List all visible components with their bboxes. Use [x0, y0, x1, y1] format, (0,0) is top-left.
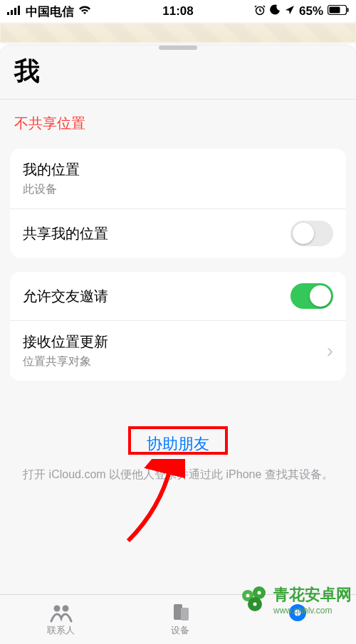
- status-time: 11:08: [162, 4, 193, 19]
- receive-updates-sub: 位置共享对象: [23, 354, 108, 369]
- share-my-location-toggle[interactable]: [290, 221, 333, 246]
- svg-rect-0: [7, 12, 9, 15]
- help-friend-desc: 打开 iCloud.com 以便他人登录并通过此 iPhone 查找其设备。: [0, 458, 356, 483]
- allow-friend-requests-title: 允许交友邀请: [23, 287, 108, 306]
- wifi-icon: [78, 4, 91, 19]
- my-location-sub: 此设备: [23, 182, 80, 197]
- settings-group-location: 我的位置 此设备 共享我的位置: [10, 149, 346, 258]
- chevron-right-icon: ›: [327, 341, 333, 361]
- svg-point-9: [62, 605, 68, 611]
- share-my-location-title: 共享我的位置: [23, 224, 108, 243]
- do-not-disturb-icon: [270, 4, 281, 19]
- signal-icon: [7, 4, 21, 19]
- svg-rect-7: [347, 8, 349, 12]
- tab-me[interactable]: 我: [286, 603, 309, 637]
- tab-bar: 联系人 设备 我: [0, 594, 356, 644]
- map-background: [0, 23, 356, 43]
- help-friend-block: 协助朋友 打开 iCloud.com 以便他人登录并通过此 iPhone 查找其…: [0, 431, 356, 483]
- tab-contacts-label: 联系人: [47, 624, 75, 637]
- me-sheet: 我 不共享位置 我的位置 此设备 共享我的位置 允许交友邀请 接收位置更新 位置…: [0, 46, 356, 615]
- me-icon: [286, 603, 309, 623]
- my-location-row[interactable]: 我的位置 此设备: [10, 149, 346, 208]
- svg-point-13: [294, 609, 300, 616]
- tab-devices-label: 设备: [171, 624, 189, 637]
- svg-rect-2: [14, 8, 16, 15]
- location-arrow-icon: [285, 4, 295, 19]
- battery-icon: [328, 4, 349, 19]
- svg-point-8: [53, 605, 60, 611]
- status-bar: 中国电信 11:08 65%: [0, 0, 356, 23]
- receive-updates-row[interactable]: 接收位置更新 位置共享对象 ›: [10, 320, 346, 381]
- page-title: 我: [0, 54, 356, 99]
- settings-group-friends: 允许交友邀请 接收位置更新 位置共享对象 ›: [10, 272, 346, 381]
- alarm-icon: [254, 4, 266, 19]
- my-location-title: 我的位置: [23, 160, 80, 179]
- svg-rect-1: [11, 10, 13, 15]
- share-my-location-row: 共享我的位置: [10, 208, 346, 258]
- contacts-icon: [50, 603, 73, 623]
- allow-friend-requests-row: 允许交友邀请: [10, 272, 346, 320]
- svg-rect-11: [181, 608, 189, 621]
- svg-rect-3: [18, 6, 20, 15]
- allow-friend-requests-toggle[interactable]: [290, 283, 333, 309]
- battery-pct: 65%: [299, 4, 323, 19]
- devices-icon: [169, 603, 192, 623]
- tab-contacts[interactable]: 联系人: [47, 603, 75, 637]
- sheet-grabber[interactable]: [159, 46, 197, 50]
- tab-devices[interactable]: 设备: [169, 603, 192, 637]
- stop-sharing-button[interactable]: 不共享位置: [0, 100, 356, 149]
- receive-updates-title: 接收位置更新: [23, 332, 108, 352]
- svg-rect-6: [330, 7, 340, 14]
- carrier-label: 中国电信: [26, 4, 74, 20]
- help-friend-link[interactable]: 协助朋友: [137, 431, 219, 458]
